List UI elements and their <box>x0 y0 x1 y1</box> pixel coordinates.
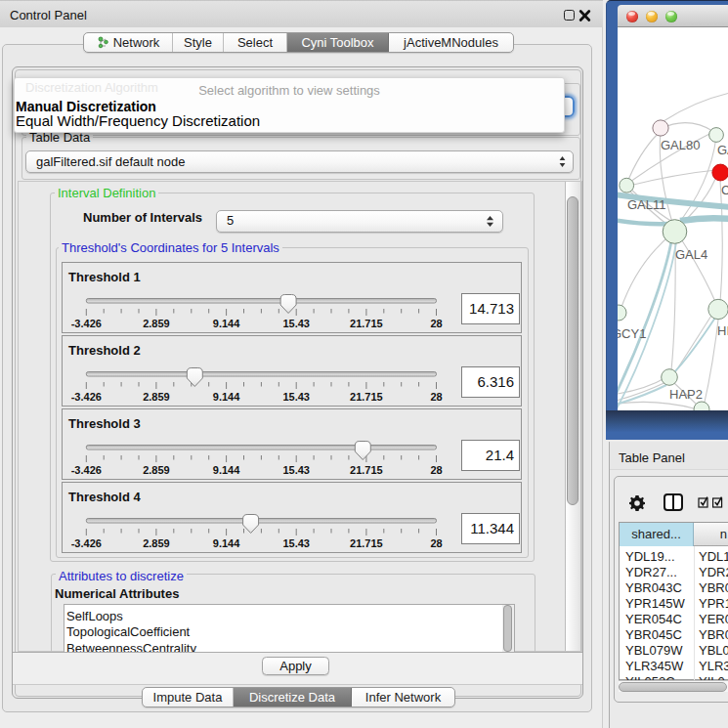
svg-text:GAL11: GAL11 <box>627 197 666 212</box>
svg-text:HAP2: HAP2 <box>669 387 703 402</box>
svg-text:C: C <box>721 183 728 197</box>
svg-text:GAL4: GAL4 <box>675 247 707 262</box>
svg-text:HI: HI <box>717 323 728 338</box>
svg-text:GCY1: GCY1 <box>618 326 646 341</box>
svg-text:GAL80: GAL80 <box>661 138 700 152</box>
svg-text:GA: GA <box>717 143 728 157</box>
